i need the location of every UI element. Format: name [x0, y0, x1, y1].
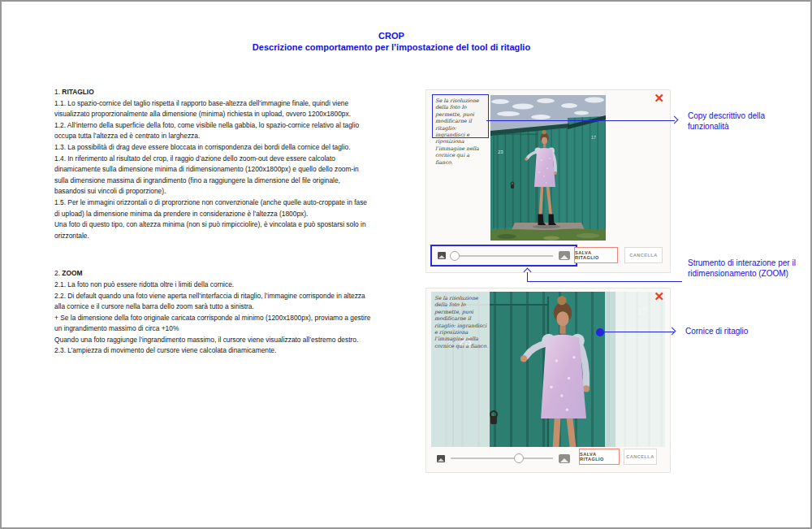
crop-photo[interactable]: 23 17: [490, 95, 606, 241]
crop-helper-copy: Se la risoluzione della foto lo permette…: [434, 295, 488, 349]
zoom-in-image-icon: [559, 251, 570, 260]
close-icon[interactable]: ✕: [654, 290, 664, 303]
spec-paragraph: 2.2. Di default quando una foto viene ap…: [54, 291, 373, 313]
section-heading: 2. ZOOM: [54, 268, 373, 280]
spec-document-page: CROP Descrizione comportamento per l’imp…: [0, 0, 812, 529]
save-crop-button[interactable]: SALVA RITAGLIO: [574, 247, 618, 263]
spec-paragraph: 1.4. In riferimento al risultato del cro…: [54, 154, 373, 197]
crop-modal-mockup-default: 23 17: [425, 89, 671, 273]
spec-paragraph: + Se la dimensione della foto originale …: [54, 313, 373, 335]
spec-paragraph: 2.1. La foto non può essere ridotta oltr…: [54, 280, 373, 291]
zoom-slider-handle[interactable]: [450, 251, 460, 261]
arrow-right-icon: [671, 116, 679, 124]
annotation-connector-line: [486, 120, 675, 121]
page-title: CROP Descrizione comportamento per l’imp…: [2, 30, 781, 53]
zoom-out-image-icon: [437, 455, 445, 462]
zoom-slider[interactable]: [430, 245, 577, 267]
spec-section-zoom: 2. ZOOM 2.1. La foto non può essere rido…: [54, 268, 373, 357]
page-title-line2: Descrizione comportamento per l’impostaz…: [2, 41, 781, 53]
annotation-label-copy: Copy descrittivo della funzionalità: [688, 111, 787, 132]
door-number-right: 17: [591, 135, 596, 140]
cancel-button[interactable]: CANCELLA: [624, 247, 663, 263]
zoom-slider-track[interactable]: [451, 457, 553, 459]
spec-paragraph: 1.1. Lo spazio-cornice del taglio rispet…: [54, 98, 373, 120]
annotation-connector-line: [527, 281, 682, 282]
spec-paragraph: 1.3. La possibilità di drag deve essere …: [54, 142, 373, 154]
spec-paragraph: Una foto di questo tipo, con altezza min…: [54, 219, 373, 241]
spec-text-column: 1. RITAGLIO 1.1. Lo spazio-cornice del t…: [54, 87, 373, 357]
zoom-out-image-icon: [438, 252, 446, 259]
page-title-line1: CROP: [2, 30, 781, 41]
zoom-in-image-icon: [559, 454, 570, 463]
spec-paragraph: 2.3. L’ampiezza di movimento del cursore…: [54, 345, 373, 357]
crop-modal-mockup-zoomed: 23 17 Se la risoluzione della foto lo pe…: [425, 288, 671, 473]
photo-model-teal-door: 23 17: [490, 95, 606, 241]
spec-paragraph: 1.5. Per le immagini orizzontali o di pr…: [54, 197, 373, 219]
spec-paragraph: 1.2. All’interno della superficie della …: [54, 120, 373, 142]
annotation-label-crop-frame: Cornice di ritaglio: [685, 327, 791, 337]
annotation-dot: [596, 328, 604, 336]
cancel-button[interactable]: CANCELLA: [624, 449, 657, 465]
crop-helper-copy: Se la risoluzione della foto lo permette…: [432, 94, 489, 138]
spec-paragraph: Quando una foto raggiunge l’ingrandiment…: [54, 335, 373, 346]
crop-dim-overlay-right: [605, 292, 665, 447]
save-crop-button[interactable]: SALVA RITAGLIO: [579, 449, 620, 465]
zoom-slider-track[interactable]: [451, 255, 553, 257]
annotation-label-zoom-tool: Strumento di interazione per il ridimens…: [688, 258, 800, 279]
zoom-slider-handle[interactable]: [514, 453, 524, 463]
close-icon[interactable]: ✕: [654, 92, 664, 105]
spec-section-ritaglio: 1. RITAGLIO 1.1. Lo spazio-cornice del t…: [54, 87, 373, 241]
door-number-left: 23: [498, 150, 503, 154]
zoom-slider[interactable]: [431, 449, 576, 468]
annotation-connector-line: [603, 332, 674, 332]
section-heading: 1. RITAGLIO: [54, 87, 373, 98]
